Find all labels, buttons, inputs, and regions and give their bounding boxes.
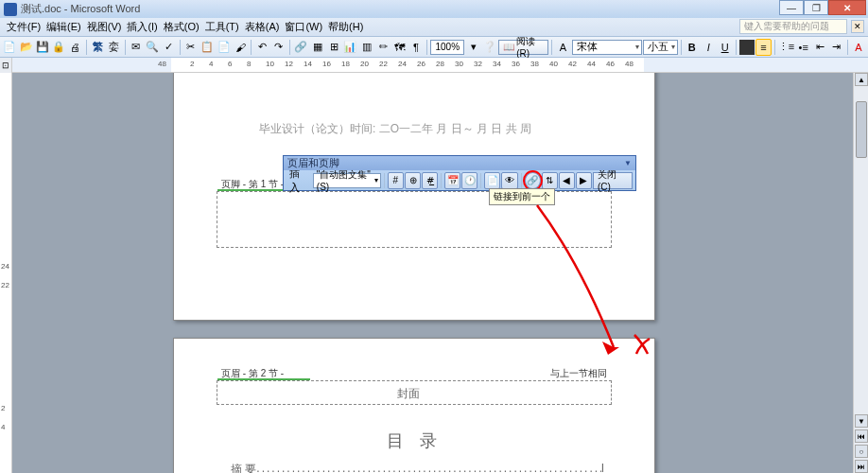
hf-page-setup-icon[interactable]: 📄 <box>484 172 500 189</box>
print-icon[interactable]: 🖨 <box>68 39 83 56</box>
menu-help[interactable]: 帮助(H) <box>325 19 366 35</box>
browse-object-button[interactable]: ○ <box>855 445 868 458</box>
hf-date-icon[interactable]: 📅 <box>444 172 460 189</box>
print-preview-icon[interactable]: 🔍 <box>145 39 160 56</box>
separator <box>426 40 427 55</box>
new-doc-icon[interactable]: 📄 <box>2 39 17 56</box>
font-name-combo[interactable]: 宋体 <box>572 40 642 55</box>
header-footer-toolbar[interactable]: 页眉和页脚 插入 "自动图文集" (S) # ⊕ #̲ 📅 🕐 📄 👁 🔗 ⇅ … <box>283 155 636 191</box>
bullets-button[interactable]: •≡ <box>795 39 810 56</box>
separator <box>521 173 522 188</box>
menu-file[interactable]: 文件(F) <box>4 19 43 35</box>
hf-insert-label: 插入 <box>286 166 312 195</box>
separator <box>681 40 682 55</box>
hf-show-next-icon[interactable]: ▶ <box>576 172 592 189</box>
maximize-button[interactable]: ❐ <box>804 0 828 15</box>
drawing-icon[interactable]: ✏ <box>375 39 391 56</box>
hf-close-button[interactable]: 关闭(C) <box>593 172 633 189</box>
style-dropdown-icon[interactable]: A <box>555 39 570 56</box>
menu-insert[interactable]: 插入(I) <box>124 19 160 35</box>
hf-link-to-previous-icon[interactable]: 🔗 <box>525 172 541 189</box>
hf-time-icon[interactable]: 🕐 <box>461 172 477 189</box>
help-icon[interactable]: ❔ <box>482 39 497 56</box>
menu-edit[interactable]: 编辑(E) <box>43 19 84 35</box>
menu-view[interactable]: 视图(V) <box>84 19 125 35</box>
menu-tools[interactable]: 工具(T) <box>202 19 242 35</box>
redo-icon[interactable]: ↷ <box>271 39 286 56</box>
help-search-input[interactable]: 键入需要帮助的问题 <box>739 19 847 34</box>
open-icon[interactable]: 📂 <box>18 39 33 56</box>
zoom-dropdown-icon[interactable]: ▾ <box>465 39 480 56</box>
vertical-ruler[interactable]: 24 22 2 4 <box>0 73 12 473</box>
undo-icon[interactable]: ↶ <box>254 39 269 56</box>
format-painter-icon[interactable]: 🖌 <box>233 39 248 56</box>
separator <box>441 173 442 188</box>
menu-bar: 文件(F) 编辑(E) 视图(V) 插入(I) 格式(O) 工具(T) 表格(A… <box>0 18 868 37</box>
decrease-indent-button[interactable]: ⇤ <box>812 39 827 56</box>
copy-icon[interactable]: 📋 <box>200 39 215 56</box>
tooltip-link-previous: 链接到前一个 <box>489 188 555 205</box>
hf-page-number-icon[interactable]: # <box>388 172 404 189</box>
hf-autotext-combo[interactable]: "自动图文集" (S) <box>313 173 381 188</box>
email-icon[interactable]: ✉ <box>129 39 144 56</box>
tables-borders-icon[interactable]: ▦ <box>309 39 324 56</box>
permission-icon[interactable]: 🔒 <box>51 39 66 56</box>
scroll-thumb[interactable] <box>856 101 867 158</box>
minimize-button[interactable]: — <box>779 0 804 15</box>
menu-format[interactable]: 格式(O) <box>161 19 202 35</box>
excel-icon[interactable]: 📊 <box>342 39 357 56</box>
save-icon[interactable]: 💾 <box>35 39 50 56</box>
document-area[interactable]: 毕业设计（论文）时间: 二O一二年 月 日～ 月 日 共 周 页脚 - 第 1 … <box>12 73 868 473</box>
font-color-button[interactable]: A <box>851 39 866 56</box>
numbering-button[interactable]: ⋮≡ <box>777 39 794 56</box>
separator <box>551 40 552 55</box>
insert-table-icon[interactable]: ⊞ <box>326 39 341 56</box>
separator <box>384 173 385 188</box>
hf-show-previous-icon[interactable]: ◀ <box>559 172 575 189</box>
horizontal-ruler[interactable]: 48 2 4 6 8 10 12 14 16 18 20 22 24 26 28… <box>12 58 868 72</box>
traditional-chinese-icon[interactable]: 繁 <box>90 39 105 56</box>
toc-item-1: 摘 要.....................................… <box>231 462 604 473</box>
cut-icon[interactable]: ✂ <box>183 39 199 56</box>
hyperlink-icon[interactable]: 🔗 <box>293 39 308 56</box>
justify-button[interactable]: ≡ <box>755 39 771 56</box>
hf-format-page-icon[interactable]: #̲ <box>422 172 438 189</box>
scroll-up-button[interactable]: ▲ <box>855 73 868 86</box>
separator <box>125 40 126 55</box>
hf-show-hide-icon[interactable]: 👁 <box>501 172 517 189</box>
italic-button[interactable]: I <box>701 39 716 56</box>
ruler-corner: ⊡ <box>0 58 12 73</box>
separator <box>289 40 290 55</box>
page2-header-text: 封面 <box>397 386 420 402</box>
prev-page-button[interactable]: ⏮ <box>855 429 868 443</box>
vertical-scrollbar[interactable]: ▲ ▼ ⏮ ○ ⏭ <box>853 73 868 473</box>
separator <box>480 173 481 188</box>
font-size-combo[interactable]: 小五 <box>643 40 678 55</box>
window-close-button[interactable]: ✕ <box>828 0 866 15</box>
zoom-combo[interactable]: 100% <box>430 40 464 55</box>
increase-indent-button[interactable]: ⇥ <box>828 39 843 56</box>
menu-table[interactable]: 表格(A) <box>242 19 283 35</box>
ruler-row: ⊡ 48 2 4 6 8 10 12 14 16 18 20 22 24 26 … <box>0 58 868 73</box>
show-hide-icon[interactable]: ¶ <box>408 39 424 56</box>
bold-button[interactable]: B <box>685 39 700 56</box>
page2-title: 目 录 <box>387 429 443 452</box>
paste-icon[interactable]: 📄 <box>217 39 232 56</box>
page-2: 页眉 - 第 2 节 - 与上一节相同 封面 目 录 摘 要..........… <box>173 338 655 473</box>
separator <box>847 40 848 55</box>
underline-button[interactable]: U <box>717 39 732 56</box>
highlight-button[interactable] <box>739 40 755 55</box>
menu-window[interactable]: 窗口(W) <box>282 19 325 35</box>
scroll-down-button[interactable]: ▼ <box>855 414 868 428</box>
document-close-button[interactable]: ✕ <box>851 20 864 33</box>
hf-page-count-icon[interactable]: ⊕ <box>405 172 421 189</box>
next-page-button[interactable]: ⏭ <box>855 460 868 473</box>
hf-switch-icon[interactable]: ⇅ <box>542 172 558 189</box>
doc-map-icon[interactable]: 🗺 <box>391 39 407 56</box>
spelling-icon[interactable]: ✓ <box>161 39 176 56</box>
columns-icon[interactable]: ▥ <box>359 39 374 56</box>
read-mode-button[interactable]: 📖阅读(R) <box>498 40 548 55</box>
word-app-icon <box>4 3 17 16</box>
convert-icon[interactable]: 娈 <box>106 39 121 56</box>
window-title: 测试.doc - Microsoft Word <box>21 2 140 16</box>
